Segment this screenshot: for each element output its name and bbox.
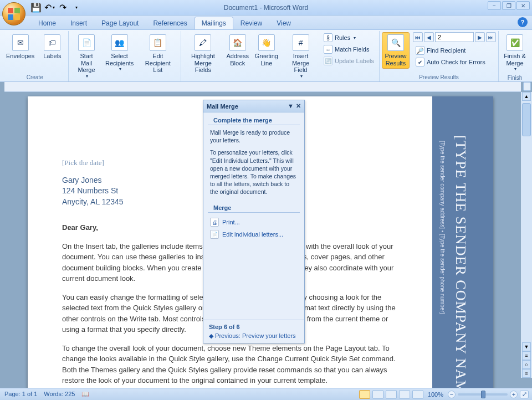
restore-button[interactable]: ❐ [502, 1, 515, 10]
match-fields-button[interactable]: ↔Match Fields [321, 44, 377, 55]
tab-references[interactable]: References [146, 17, 194, 29]
zoom-slider-thumb[interactable] [481, 391, 485, 398]
sender-details-placeholder[interactable]: [Type the sender company address] • [Typ… [439, 141, 446, 314]
tab-view[interactable]: View [269, 17, 298, 29]
mail-merge-task-pane: Mail Merge ▼ ✕ Complete the merge Mail M… [203, 100, 305, 343]
save-icon[interactable]: 💾 [30, 2, 42, 13]
zoom-fit-button[interactable]: ⤢ [520, 391, 529, 398]
ruler-toggle-icon[interactable] [523, 82, 531, 91]
preview-results-button[interactable]: 🔍PreviewResults [382, 32, 410, 69]
edit-individual-letters-link[interactable]: 📄Edit individual letters... [203, 228, 304, 240]
record-number-input[interactable] [435, 32, 474, 42]
proofing-icon[interactable]: 📖 [81, 391, 89, 398]
merge-heading: Merge [208, 200, 300, 213]
zoom-slider[interactable] [458, 393, 508, 396]
finish-merge-button[interactable]: ✅Finish &Merge▾ [501, 32, 529, 74]
scroll-down-icon[interactable]: ▼ [522, 342, 531, 351]
prev-record-button[interactable]: ◀ [424, 32, 434, 42]
highlight-merge-fields-button[interactable]: 🖍HighlightMerge Fields [183, 32, 223, 76]
group-create-label: Create [3, 73, 66, 81]
vertical-scrollbar[interactable]: ▲ ▼ ≡ ○ ≡ [521, 92, 532, 378]
tab-home[interactable]: Home [31, 17, 63, 29]
window-title: Document1 - Microsoft Word [224, 4, 309, 12]
edit-recipient-list-button[interactable]: 📋EditRecipient List [137, 32, 178, 76]
select-recipients-button[interactable]: 👥SelectRecipients▾ [103, 32, 136, 74]
auto-check-errors-button[interactable]: ✔Auto Check for Errors [413, 57, 496, 68]
insert-merge-field-button[interactable]: #Insert MergeField▾ [282, 32, 320, 81]
sender-company-placeholder[interactable]: [TYPE THE SENDER COMPANY NAME] [452, 135, 469, 388]
first-record-button[interactable]: ⏮ [413, 32, 423, 42]
task-pane-text-2: To personalize your letters, click "Edit… [210, 148, 298, 196]
labels-button[interactable]: 🏷Labels [38, 32, 66, 62]
group-preview-label: Preview Results [382, 73, 496, 81]
print-layout-view-icon[interactable] [359, 390, 370, 399]
zoom-in-button[interactable]: + [510, 391, 518, 398]
word-count[interactable]: Words: 225 [44, 391, 75, 398]
envelopes-button[interactable]: ✉Envelopes [3, 32, 37, 62]
tab-mailings[interactable]: Mailings [195, 17, 233, 29]
page-indicator[interactable]: Page: 1 of 1 [4, 391, 37, 398]
complete-merge-heading: Complete the merge [208, 112, 300, 125]
print-link[interactable]: 🖨Print... [203, 216, 304, 228]
address-block-button[interactable]: 🏠AddressBlock [224, 32, 252, 69]
task-pane-close-icon[interactable]: ✕ [296, 102, 301, 110]
next-record-button[interactable]: ▶ [475, 32, 485, 42]
browse-object-icon[interactable]: ○ [522, 360, 531, 369]
group-finish-label: Finish [501, 74, 529, 82]
office-button[interactable] [2, 2, 25, 25]
draft-view-icon[interactable] [412, 390, 423, 399]
scroll-thumb[interactable] [522, 103, 531, 136]
last-record-button[interactable]: ⏭ [486, 32, 496, 42]
find-recipient-button[interactable]: 🔎Find Recipient [413, 45, 496, 56]
horizontal-ruler[interactable] [4, 82, 521, 92]
tab-insert[interactable]: Insert [63, 17, 94, 29]
redo-icon[interactable]: ↷ [57, 2, 69, 13]
step-indicator: Step 6 of 6 [209, 324, 299, 330]
body-paragraph-3[interactable]: To change the overall look of your docum… [62, 343, 400, 386]
scroll-up-icon[interactable]: ▲ [522, 92, 531, 101]
next-page-icon[interactable]: ≡ [522, 369, 531, 378]
zoom-out-button[interactable]: − [448, 391, 456, 398]
rules-button[interactable]: §Rules▾ [321, 32, 377, 43]
qat-customize-icon[interactable]: ▾ [70, 2, 82, 13]
outline-view-icon[interactable] [399, 390, 410, 399]
previous-step-link[interactable]: ◆ Previous: Preview your letters [209, 332, 299, 340]
zoom-level[interactable]: 100% [428, 391, 443, 398]
minimize-button[interactable]: − [488, 1, 501, 10]
tab-review[interactable]: Review [233, 17, 269, 29]
greeting-line-button[interactable]: 👋GreetingLine [253, 32, 280, 69]
undo-icon[interactable]: ↶▾ [43, 2, 55, 13]
prev-page-icon[interactable]: ≡ [522, 351, 531, 360]
task-pane-text-1: Mail Merge is ready to produce your lett… [210, 129, 298, 144]
help-icon[interactable]: ? [518, 17, 528, 27]
task-pane-title: Mail Merge [207, 103, 238, 110]
tab-page-layout[interactable]: Page Layout [94, 17, 146, 29]
close-button[interactable]: ✕ [516, 1, 530, 10]
start-mail-merge-button[interactable]: 📄Start MailMerge▾ [71, 32, 101, 81]
fullscreen-reading-view-icon[interactable] [372, 390, 383, 399]
task-pane-menu-icon[interactable]: ▼ [288, 102, 294, 110]
web-layout-view-icon[interactable] [386, 390, 397, 399]
update-labels-button: 🔄Update Labels [321, 55, 377, 66]
